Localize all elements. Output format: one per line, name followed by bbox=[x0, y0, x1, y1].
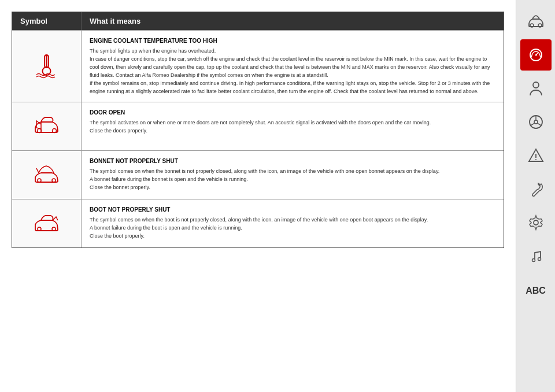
text-boot: The symbol comes on when the boot is not… bbox=[90, 216, 495, 241]
abc-label: ABC bbox=[526, 286, 546, 296]
dashboard-icon bbox=[527, 46, 545, 64]
sidebar-item-abc[interactable]: ABC bbox=[520, 274, 552, 305]
svg-point-14 bbox=[533, 82, 539, 88]
title-bonnet: BONNET NOT PROPERLY SHUT bbox=[90, 157, 495, 165]
sidebar-item-car[interactable] bbox=[520, 6, 552, 37]
content-cell-coolant: ENGINE COOLANT TEMPERATURE TOO HIGH The … bbox=[82, 31, 504, 102]
car-icon bbox=[527, 12, 545, 31]
header-symbol: Symbol bbox=[12, 12, 82, 30]
svg-line-18 bbox=[531, 123, 534, 125]
svg-point-23 bbox=[532, 259, 535, 262]
title-coolant: ENGINE COOLANT TEMPERATURE TOO HIGH bbox=[90, 36, 495, 45]
sidebar-item-steering[interactable] bbox=[520, 106, 552, 138]
door-open-icon bbox=[31, 110, 62, 142]
sidebar-item-dashboard[interactable] bbox=[520, 39, 552, 71]
title-door: DOOR OPEN bbox=[90, 108, 495, 117]
content-cell-bonnet: BONNET NOT PROPERLY SHUT The symbol come… bbox=[82, 151, 504, 199]
main-content: Symbol What it means ENGINE COOLANT TEMP… bbox=[0, 0, 516, 392]
symbol-cell-bonnet bbox=[12, 151, 82, 199]
svg-point-22 bbox=[534, 220, 538, 225]
text-bonnet: The symbol comes on when the bonnet is n… bbox=[90, 168, 495, 192]
symbol-cell-door bbox=[12, 102, 82, 150]
boot-icon bbox=[31, 208, 62, 239]
svg-line-19 bbox=[537, 123, 541, 125]
steering-wheel-icon bbox=[527, 113, 545, 131]
thermometer-icon bbox=[31, 50, 62, 82]
table-row: ENGINE COOLANT TEMPERATURE TOO HIGH The … bbox=[12, 30, 504, 102]
symbol-cell-boot bbox=[12, 199, 82, 247]
sidebar-item-music[interactable] bbox=[520, 241, 552, 272]
bonnet-icon bbox=[31, 159, 62, 191]
music-note-icon bbox=[527, 247, 545, 265]
text-door: The symbol activates on or when one or m… bbox=[90, 119, 495, 135]
sidebar-item-warning[interactable] bbox=[520, 140, 552, 171]
content-cell-door: DOOR OPEN The symbol activates on or whe… bbox=[82, 102, 504, 150]
title-boot: BOOT NOT PROPERLY SHUT bbox=[90, 205, 495, 214]
header-meaning: What it means bbox=[82, 12, 504, 30]
svg-point-16 bbox=[534, 120, 538, 124]
warning-triangle-icon bbox=[527, 146, 545, 165]
table-header: Symbol What it means bbox=[12, 12, 504, 30]
right-sidebar: ABC bbox=[516, 0, 555, 392]
sidebar-item-settings[interactable] bbox=[520, 207, 552, 238]
svg-point-24 bbox=[538, 258, 541, 261]
person-icon bbox=[527, 79, 545, 98]
wrench-icon bbox=[527, 180, 545, 198]
gear-icon bbox=[527, 213, 545, 232]
content-cell-boot: BOOT NOT PROPERLY SHUT The symbol comes … bbox=[82, 199, 504, 247]
symbol-cell-thermometer bbox=[12, 31, 82, 102]
info-table: Symbol What it means ENGINE COOLANT TEMP… bbox=[12, 12, 504, 248]
text-coolant: The symbol lights up when the engine has… bbox=[90, 47, 495, 96]
table-row: BOOT NOT PROPERLY SHUT The symbol comes … bbox=[12, 199, 504, 247]
svg-point-21 bbox=[535, 159, 536, 160]
table-row: DOOR OPEN The symbol activates on or whe… bbox=[12, 102, 504, 150]
svg-line-12 bbox=[536, 53, 538, 55]
sidebar-item-wrench[interactable] bbox=[520, 173, 552, 205]
sidebar-item-person[interactable] bbox=[520, 73, 552, 104]
table-row: BONNET NOT PROPERLY SHUT The symbol come… bbox=[12, 150, 504, 199]
